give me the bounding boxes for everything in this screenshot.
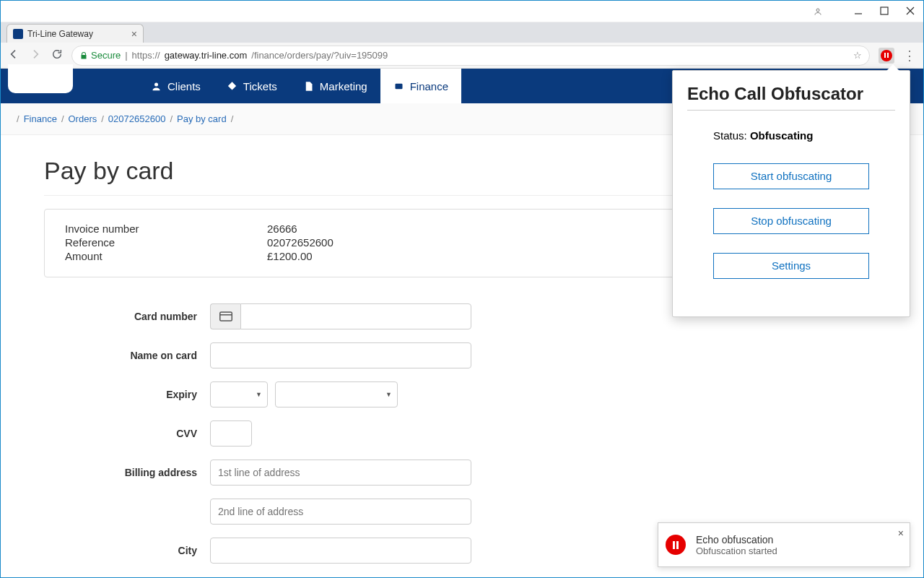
settings-button[interactable]: Settings [713, 253, 869, 279]
status-label: Status: [713, 129, 747, 142]
extension-popup: Echo Call Obfuscator Status: Obfuscating… [672, 70, 910, 317]
pause-icon [881, 50, 892, 61]
extension-icon[interactable] [879, 48, 894, 64]
browser-menu-icon[interactable]: ⋮ [903, 48, 916, 64]
status-line: Status: Obfuscating [687, 129, 895, 142]
nav-label: Marketing [320, 80, 367, 92]
nav-label: Clients [167, 80, 201, 92]
nav-finance[interactable]: Finance [380, 69, 461, 103]
secure-label: Secure [91, 50, 121, 61]
minimize-icon[interactable] [854, 6, 863, 17]
reference-label: Reference [65, 236, 267, 249]
forward-icon [30, 48, 41, 62]
toast-body: Obfuscation started [696, 545, 777, 556]
svg-rect-2 [881, 7, 888, 14]
toast-icon [666, 535, 686, 555]
tab-close-icon[interactable]: × [131, 28, 137, 40]
status-value: Obfuscating [750, 129, 814, 142]
tab-title: Tri-Line Gateway [27, 29, 93, 39]
credit-card-icon [210, 303, 240, 329]
toast-close-icon[interactable]: × [898, 527, 904, 539]
toast-title: Echo obfuscation [696, 534, 777, 545]
crumb-paybycard[interactable]: Pay by card [177, 113, 227, 124]
notification-toast: Echo obfuscation Obfuscation started × [658, 522, 910, 567]
expiry-month-select[interactable] [210, 381, 268, 407]
close-icon[interactable] [906, 6, 915, 17]
secure-badge: Secure [79, 50, 121, 61]
amount-label: Amount [65, 250, 267, 262]
billing-address-label: Billing address [44, 467, 210, 478]
crumb-orders[interactable]: Orders [69, 113, 97, 124]
bookmark-star-icon[interactable]: ☆ [853, 50, 862, 61]
amount-value: £1200.00 [267, 250, 313, 262]
crumb-reference[interactable]: 02072652600 [108, 113, 166, 124]
reload-icon[interactable] [51, 48, 63, 62]
popup-title: Echo Call Obfuscator [687, 84, 895, 104]
breadcrumb: / Finance / Orders / 02072652600 / Pay b… [17, 113, 233, 124]
address-line2-input[interactable] [210, 499, 471, 525]
app-logo[interactable] [8, 64, 73, 93]
url-path: /finance/orders/pay/?uiv=195099 [251, 50, 388, 61]
stop-obfuscating-button[interactable]: Stop obfuscating [713, 208, 869, 234]
invoice-number-label: Invoice number [65, 223, 267, 235]
svg-rect-6 [395, 83, 402, 89]
cvv-input[interactable] [210, 420, 252, 447]
maximize-icon[interactable] [880, 6, 889, 17]
back-icon[interactable] [8, 48, 19, 62]
url-scheme: https:// [132, 50, 160, 61]
reference-value: 02072652600 [267, 236, 334, 249]
crumb-finance[interactable]: Finance [24, 113, 57, 124]
nav-clients[interactable]: Clients [138, 69, 214, 103]
nav-marketing[interactable]: Marketing [290, 69, 380, 103]
svg-point-0 [816, 9, 819, 12]
svg-point-5 [154, 82, 158, 86]
nav-label: Finance [410, 80, 448, 92]
pause-icon [666, 535, 686, 555]
url-host: gateway.tri-line.com [165, 50, 248, 61]
browser-tabstrip: Tri-Line Gateway × [1, 22, 923, 43]
expiry-label: Expiry [44, 389, 210, 400]
user-profile-icon[interactable] [811, 4, 825, 19]
city-input[interactable] [210, 538, 471, 564]
start-obfuscating-button[interactable]: Start obfuscating [713, 163, 869, 189]
card-number-input[interactable] [240, 303, 471, 329]
cvv-label: CVV [44, 428, 210, 439]
name-on-card-label: Name on card [44, 350, 210, 361]
expiry-year-select[interactable] [275, 381, 398, 407]
nav-tickets[interactable]: Tickets [214, 69, 290, 103]
favicon-icon [13, 29, 23, 39]
window-titlebar [1, 1, 923, 22]
name-on-card-input[interactable] [210, 342, 471, 368]
browser-address-bar: Secure | https://gateway.tri-line.com/fi… [1, 43, 923, 69]
nav-label: Tickets [243, 80, 277, 92]
city-label: City [44, 545, 210, 556]
url-bar[interactable]: Secure | https://gateway.tri-line.com/fi… [71, 46, 870, 66]
invoice-number-value: 26666 [267, 223, 297, 235]
browser-tab[interactable]: Tri-Line Gateway × [6, 24, 144, 43]
svg-rect-7 [219, 312, 232, 321]
card-number-label: Card number [44, 311, 210, 322]
address-line1-input[interactable] [210, 460, 471, 486]
